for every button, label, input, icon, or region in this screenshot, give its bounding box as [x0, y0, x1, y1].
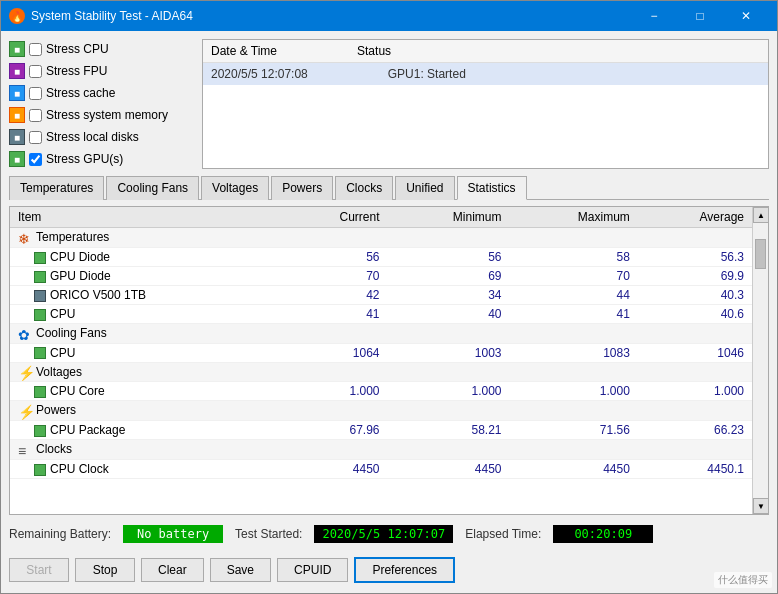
remaining-battery-label: Remaining Battery:: [9, 527, 111, 541]
tab-powers[interactable]: Powers: [271, 176, 333, 200]
preferences-button[interactable]: Preferences: [354, 557, 455, 583]
tabs-section: Temperatures Cooling Fans Voltages Power…: [9, 175, 769, 200]
table-row: CPU Core1.0001.0001.0001.000: [10, 382, 752, 401]
table-row: CPU1064100310831046: [10, 343, 752, 362]
table-section-temperatures: ❄Temperatures: [10, 228, 752, 248]
table-section-cooling-fans: ✿Cooling Fans: [10, 323, 752, 343]
table-row: CPU Clock4450445044504450.1: [10, 460, 752, 479]
scroll-thumb[interactable]: [755, 239, 766, 269]
status-value: GPU1: Started: [388, 67, 466, 81]
tab-voltages[interactable]: Voltages: [201, 176, 269, 200]
stress-cache-item: ■ Stress cache: [9, 83, 194, 103]
stress-fpu-item: ■ Stress FPU: [9, 61, 194, 81]
tabs-bar: Temperatures Cooling Fans Voltages Power…: [9, 175, 769, 200]
elapsed-time-value: 00:20:09: [553, 525, 653, 543]
datetime-header: Date & Time: [211, 44, 277, 58]
close-button[interactable]: ✕: [723, 1, 769, 31]
cache-icon: ■: [9, 85, 25, 101]
gpu-icon: ■: [9, 151, 25, 167]
table-section-clocks: ≡Clocks: [10, 440, 752, 460]
start-button[interactable]: Start: [9, 558, 69, 582]
app-icon: 🔥: [9, 8, 25, 24]
window-title: System Stability Test - AIDA64: [31, 9, 631, 23]
data-table-area: Item Current Minimum Maximum Average ❄Te…: [9, 206, 769, 515]
stress-cache-label: Stress cache: [46, 86, 115, 100]
table-row: CPU Package67.9658.2171.5666.23: [10, 421, 752, 440]
stress-cpu-label: Stress CPU: [46, 42, 109, 56]
stress-gpu-label: Stress GPU(s): [46, 152, 123, 166]
stress-options-panel: ■ Stress CPU ■ Stress FPU ■ Stress cache…: [9, 39, 194, 169]
stress-fpu-checkbox[interactable]: [29, 65, 42, 78]
scroll-down-arrow[interactable]: ▼: [753, 498, 769, 514]
bottom-status-bar: Remaining Battery: No battery Test Start…: [9, 521, 769, 547]
stress-disk-label: Stress local disks: [46, 130, 139, 144]
table-row: CPU41404140.6: [10, 304, 752, 323]
status-panel: Date & Time Status 2020/5/5 12:07:08 GPU…: [202, 39, 769, 169]
status-row-0: 2020/5/5 12:07:08 GPU1: Started: [203, 63, 768, 85]
status-header-label: Status: [357, 44, 391, 58]
scroll-up-arrow[interactable]: ▲: [753, 207, 769, 223]
stress-disk-checkbox[interactable]: [29, 131, 42, 144]
title-bar: 🔥 System Stability Test - AIDA64 − □ ✕: [1, 1, 777, 31]
tab-clocks[interactable]: Clocks: [335, 176, 393, 200]
cpu-icon: ■: [9, 41, 25, 57]
stop-button[interactable]: Stop: [75, 558, 135, 582]
test-started-label: Test Started:: [235, 527, 302, 541]
scrollbar[interactable]: ▲ ▼: [752, 207, 768, 514]
status-header: Date & Time Status: [203, 40, 768, 63]
stress-memory-item: ■ Stress system memory: [9, 105, 194, 125]
save-button[interactable]: Save: [210, 558, 271, 582]
cpuid-button[interactable]: CPUID: [277, 558, 348, 582]
clear-button[interactable]: Clear: [141, 558, 204, 582]
window-controls: − □ ✕: [631, 1, 769, 31]
main-content: ■ Stress CPU ■ Stress FPU ■ Stress cache…: [1, 31, 777, 593]
fpu-icon: ■: [9, 63, 25, 79]
tab-cooling-fans[interactable]: Cooling Fans: [106, 176, 199, 200]
memory-icon: ■: [9, 107, 25, 123]
minimize-button[interactable]: −: [631, 1, 677, 31]
table-row: ORICO V500 1TB42344440.3: [10, 285, 752, 304]
watermark: 什么值得买: [714, 572, 772, 588]
statistics-table: Item Current Minimum Maximum Average ❄Te…: [10, 207, 752, 479]
stress-disk-item: ■ Stress local disks: [9, 127, 194, 147]
elapsed-time-label: Elapsed Time:: [465, 527, 541, 541]
table-section-voltages: ⚡Voltages: [10, 362, 752, 382]
maximize-button[interactable]: □: [677, 1, 723, 31]
table-row: CPU Diode56565856.3: [10, 247, 752, 266]
col-minimum: Minimum: [387, 207, 509, 228]
col-average: Average: [638, 207, 752, 228]
table-row: GPU Diode70697069.9: [10, 266, 752, 285]
tab-statistics[interactable]: Statistics: [457, 176, 527, 200]
stress-cpu-checkbox[interactable]: [29, 43, 42, 56]
stress-memory-label: Stress system memory: [46, 108, 168, 122]
table-scroll-area[interactable]: Item Current Minimum Maximum Average ❄Te…: [10, 207, 752, 514]
tab-temperatures[interactable]: Temperatures: [9, 176, 104, 200]
stress-cpu-item: ■ Stress CPU: [9, 39, 194, 59]
col-item: Item: [10, 207, 282, 228]
tab-unified[interactable]: Unified: [395, 176, 454, 200]
top-section: ■ Stress CPU ■ Stress FPU ■ Stress cache…: [9, 39, 769, 169]
disk-icon: ■: [9, 129, 25, 145]
main-window: 🔥 System Stability Test - AIDA64 − □ ✕ ■…: [0, 0, 778, 594]
stress-fpu-label: Stress FPU: [46, 64, 107, 78]
remaining-battery-value: No battery: [123, 525, 223, 543]
stress-memory-checkbox[interactable]: [29, 109, 42, 122]
test-started-value: 2020/5/5 12:07:07: [314, 525, 453, 543]
stress-gpu-item: ■ Stress GPU(s): [9, 149, 194, 169]
button-bar: Start Stop Clear Save CPUID Preferences: [9, 553, 769, 585]
stress-cache-checkbox[interactable]: [29, 87, 42, 100]
table-section-powers: ⚡Powers: [10, 401, 752, 421]
col-current: Current: [282, 207, 388, 228]
stress-gpu-checkbox[interactable]: [29, 153, 42, 166]
col-maximum: Maximum: [510, 207, 638, 228]
datetime-value: 2020/5/5 12:07:08: [211, 67, 308, 81]
